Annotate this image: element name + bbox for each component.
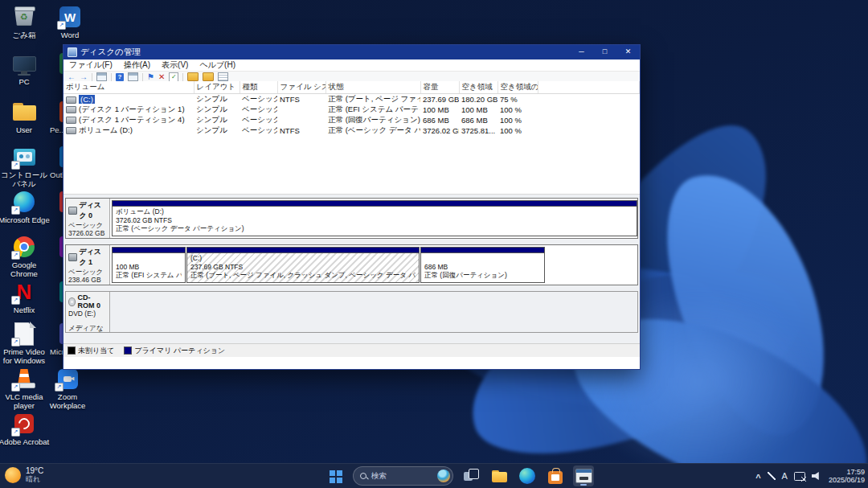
col-free-pct[interactable]: 空き領域の割... bbox=[497, 81, 538, 94]
cdrom-row: CD-ROM 0 DVD (E:) メディアなし bbox=[65, 291, 638, 333]
col-type[interactable]: 種類 bbox=[240, 81, 277, 94]
chrome-icon: ↗ bbox=[12, 235, 36, 259]
search-box[interactable]: 検索 bbox=[353, 466, 453, 486]
weather-widget[interactable]: 19°C 晴れ bbox=[5, 466, 43, 483]
console-window-icon[interactable] bbox=[96, 72, 107, 81]
legend-primary-partition: プライマリ パーティション bbox=[124, 346, 225, 356]
menu-bar: ファイル(F) 操作(A) 表示(V) ヘルプ(H) bbox=[63, 59, 640, 72]
cd-icon bbox=[68, 297, 76, 306]
sun-icon bbox=[5, 467, 21, 483]
word-icon: W ↗ bbox=[58, 5, 82, 29]
disk-icon bbox=[68, 207, 77, 215]
edge-icon: ↗ bbox=[12, 190, 36, 214]
desktop-icon-edge[interactable]: ↗ Microsoft Edge bbox=[0, 190, 50, 224]
disk-icon bbox=[68, 253, 77, 261]
edge-icon bbox=[519, 468, 535, 484]
desktop-icon-label: User bbox=[0, 125, 50, 134]
microsoft-store-button[interactable] bbox=[545, 465, 566, 486]
drive-icon bbox=[66, 127, 76, 134]
primary-partition-strip bbox=[421, 248, 544, 253]
col-filesystem[interactable]: ファイル システム bbox=[277, 81, 326, 94]
menu-action[interactable]: 操作(A) bbox=[118, 59, 156, 71]
title-bar[interactable]: ディスクの管理 bbox=[63, 45, 640, 59]
volume-row-recovery[interactable]: (ディスク 1 パーティション 4) シンプル ベーシック 正常 (回復パーティ… bbox=[63, 115, 640, 125]
col-free[interactable]: 空き領域 bbox=[459, 81, 497, 94]
desktop-icon-netflix[interactable]: N ↗ Netflix bbox=[0, 280, 50, 314]
vlc-icon: ↗ bbox=[12, 367, 36, 391]
pen-icon[interactable] bbox=[768, 472, 776, 480]
desktop-icon-adobe-acrobat[interactable]: ↗ Adobe Acrobat bbox=[0, 412, 50, 446]
maximize-button[interactable]: □ bbox=[593, 45, 616, 59]
drive-icon bbox=[66, 117, 76, 124]
primary-partition-strip bbox=[113, 201, 637, 207]
primary-partition-strip bbox=[113, 248, 185, 253]
task-view-button[interactable] bbox=[461, 465, 481, 486]
window-icon bbox=[68, 47, 77, 57]
shortcut-arrow-icon: ↗ bbox=[11, 383, 20, 392]
close-button[interactable]: ✕ bbox=[616, 45, 640, 59]
delete-icon[interactable]: ✕ bbox=[158, 73, 165, 81]
forward-icon[interactable]: → bbox=[80, 73, 88, 81]
list-header-row: ボリューム レイアウト 種類 ファイル システム 状態 容量 空き領域 空き領域… bbox=[63, 81, 640, 94]
disk-management-taskbar-button[interactable] bbox=[573, 465, 594, 486]
desktop-icon-control-panel[interactable]: ↗ コントロール パネル bbox=[0, 145, 50, 188]
volume-row-c[interactable]: (C:) シンプル ベーシック NTFS 正常 (ブート, ページ ファイル, … bbox=[63, 94, 640, 105]
partition-d[interactable]: ボリューム (D:) 3726.02 GB NTFS 正常 (ベーシック データ… bbox=[112, 200, 637, 236]
menu-help[interactable]: ヘルプ(H) bbox=[194, 59, 241, 71]
volume-row-efi[interactable]: (ディスク 1 パーティション 1) シンプル ベーシック 正常 (EFI シス… bbox=[63, 105, 640, 115]
desktop-icon-chrome[interactable]: ↗ Google Chrome bbox=[0, 235, 50, 278]
minimize-button[interactable]: ─ bbox=[570, 45, 593, 59]
back-icon[interactable]: ← bbox=[68, 73, 76, 81]
clock[interactable]: 17:59 2025/06/19 bbox=[829, 468, 865, 484]
disk1-row: ディスク 1 ベーシック 238.46 GB オンライン 100 MB 正常 (… bbox=[65, 244, 638, 285]
menu-view[interactable]: 表示(V) bbox=[156, 59, 194, 71]
desktop-icon-pc[interactable]: PC bbox=[0, 51, 50, 86]
desktop-icon-prime-video[interactable]: ↗ Prime Video for Windows bbox=[0, 322, 50, 365]
folder-icon[interactable] bbox=[203, 72, 214, 81]
chevron-up-icon[interactable]: ^ bbox=[755, 473, 760, 482]
volume-row-d[interactable]: ボリューム (D:) シンプル ベーシック NTFS 正常 (ベーシック データ… bbox=[63, 125, 640, 136]
desktop-icon-user-folder[interactable]: User bbox=[0, 100, 50, 134]
ime-indicator[interactable]: A bbox=[782, 471, 788, 481]
check-icon[interactable]: ✓ bbox=[169, 72, 178, 82]
details-view-icon[interactable] bbox=[218, 72, 228, 81]
disk-graphical-pane: ディスク 0 ベーシック 3726.02 GB オンライン ボリューム (D:)… bbox=[63, 194, 640, 357]
drive-icon bbox=[66, 106, 76, 113]
cdrom-label[interactable]: CD-ROM 0 DVD (E:) メディアなし bbox=[66, 292, 110, 332]
start-button[interactable] bbox=[325, 465, 346, 486]
menu-file[interactable]: ファイル(F) bbox=[63, 59, 118, 71]
flag-icon[interactable]: ⚑ bbox=[147, 73, 154, 81]
disk0-row: ディスク 0 ベーシック 3726.02 GB オンライン ボリューム (D:)… bbox=[65, 198, 638, 239]
shortcut-arrow-icon: ↗ bbox=[11, 296, 20, 305]
folder-icon[interactable] bbox=[187, 72, 199, 81]
desktop-icon-recycle-bin[interactable]: ♻ ごみ箱 bbox=[0, 5, 50, 39]
desktop-icon-label: Adobe Acrobat bbox=[0, 437, 50, 446]
edge-button[interactable] bbox=[517, 465, 538, 486]
col-capacity[interactable]: 容量 bbox=[420, 81, 459, 94]
help-icon[interactable]: ? bbox=[116, 73, 124, 81]
desktop-icon-word[interactable]: W ↗ Word bbox=[44, 5, 96, 39]
console-window-icon[interactable] bbox=[128, 72, 138, 81]
search-placeholder: 検索 bbox=[371, 471, 433, 482]
disk0-label[interactable]: ディスク 0 ベーシック 3726.02 GB オンライン bbox=[66, 199, 110, 238]
search-icon bbox=[360, 473, 367, 480]
zoom-icon: ↗ bbox=[55, 367, 80, 391]
desktop-icon-label: Word bbox=[44, 31, 96, 39]
desktop-icon-label: Prime Video for Windows bbox=[0, 347, 50, 365]
taskbar: 19°C 晴れ 検索 ^ A bbox=[0, 463, 868, 488]
col-status[interactable]: 状態 bbox=[326, 81, 420, 94]
desktop: ♻ ごみ箱 PC User ↗ コントロール パネル ↗ Microsoft E… bbox=[0, 0, 868, 488]
partition-recovery[interactable]: 686 MB 正常 (回復パーティション) bbox=[420, 247, 545, 283]
desktop-icon-zoom-workplace[interactable]: ↗ Zoom Workplace bbox=[42, 367, 93, 410]
col-volume[interactable]: ボリューム bbox=[63, 81, 194, 94]
bing-daily-image[interactable] bbox=[437, 470, 450, 482]
disk1-label[interactable]: ディスク 1 ベーシック 238.46 GB オンライン bbox=[66, 245, 110, 285]
shortcut-arrow-icon: ↗ bbox=[11, 161, 20, 170]
file-explorer-button[interactable] bbox=[489, 465, 510, 486]
partition-c-selected[interactable]: (C:) 237.69 GB NTFS 正常 (ブート, ページ ファイル, ク… bbox=[186, 247, 420, 283]
desktop-icon-label: Netflix bbox=[0, 306, 50, 314]
network-icon[interactable] bbox=[794, 472, 805, 481]
partition-efi[interactable]: 100 MB 正常 (EFI システム パーティション) bbox=[112, 247, 186, 283]
col-layout[interactable]: レイアウト bbox=[194, 81, 240, 94]
speaker-icon[interactable] bbox=[812, 472, 822, 481]
